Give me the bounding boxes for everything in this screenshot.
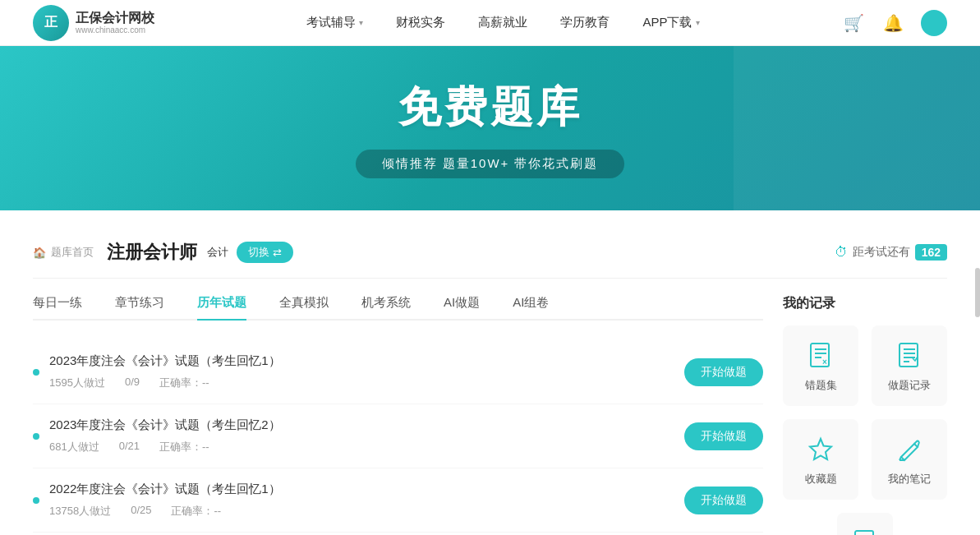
bell-icon[interactable]: 🔔: [881, 12, 904, 35]
question-title[interactable]: 2023年度注会《会计》试题（考生回忆2）: [49, 417, 668, 433]
scrollbar[interactable]: [975, 268, 980, 317]
tabs: 每日一练 章节练习 历年试题 全真模拟 机考系统 AI做题 AI组卷: [33, 295, 763, 321]
svg-marker-10: [810, 439, 831, 459]
bullet-dot: [33, 433, 39, 440]
tab-computer[interactable]: 机考系统: [361, 295, 411, 321]
record-card-collect[interactable]: 收藏题: [783, 419, 858, 500]
logo-icon: 正: [33, 5, 69, 41]
question-meta: 681人做过 0/21 正确率：--: [49, 440, 668, 454]
svg-text:×: ×: [822, 357, 827, 367]
table-row: 2022年度注会《会计》试题（考生回忆1） 13758人做过 0/25 正确率：…: [33, 468, 763, 533]
progress: 0/9: [125, 376, 140, 390]
content-row: 每日一练 章节练习 历年试题 全真模拟 机考系统 AI做题 AI组卷 2023年…: [33, 279, 947, 535]
collect-label: 收藏题: [805, 472, 837, 487]
tab-chapter[interactable]: 章节练习: [115, 295, 164, 321]
svg-line-13: [918, 442, 919, 447]
page-title: 注册会计师: [107, 240, 197, 265]
site-name: 正保会计网校: [76, 10, 154, 25]
wrong-set-icon: ×: [804, 339, 837, 371]
question-title[interactable]: 2022年度注会《会计》试题（考生回忆1）: [49, 482, 668, 497]
notes-icon: [893, 432, 926, 465]
bullet-dot: [33, 497, 39, 504]
question-info: 2023年度注会《会计》试题（考生回忆1） 1595人做过 0/9 正确率：--: [49, 353, 668, 390]
main-container: 🏠 题库首页 注册会计师 会计 切换 ⇄ ⏱ 距考试还有 162 每日一练 章节…: [0, 210, 980, 535]
notes-label: 我的笔记: [888, 472, 931, 487]
svg-line-12: [918, 440, 919, 442]
table-row: 2023年度注会《会计》试题（考生回忆2） 681人做过 0/21 正确率：--…: [33, 404, 763, 468]
banner-subtitle: 倾情推荐 题量10W+ 带你花式刷题: [356, 150, 625, 178]
progress: 0/25: [131, 504, 151, 519]
nav-item-edu[interactable]: 学历教育: [560, 15, 610, 30]
chevron-down-icon: ▾: [359, 18, 363, 27]
accuracy: 正确率：--: [171, 504, 221, 519]
people-count: 13758人做过: [49, 504, 111, 519]
record-card-wrong[interactable]: × 错题集: [783, 325, 858, 406]
wrong-set-label: 错题集: [805, 378, 837, 393]
breadcrumb-row: 🏠 题库首页 注册会计师 会计 切换 ⇄ ⏱ 距考试还有 162: [33, 227, 947, 279]
start-button-3[interactable]: 开始做题: [684, 487, 763, 514]
people-count: 681人做过: [49, 440, 99, 454]
countdown-label: 距考试还有: [853, 245, 910, 260]
countdown-area: ⏱ 距考试还有 162: [835, 244, 947, 261]
left-panel: 每日一练 章节练习 历年试题 全真模拟 机考系统 AI做题 AI组卷 2023年…: [33, 295, 763, 535]
question-info: 2023年度注会《会计》试题（考生回忆2） 681人做过 0/21 正确率：--: [49, 417, 668, 454]
start-button-1[interactable]: 开始做题: [684, 358, 763, 386]
collect-icon: [804, 432, 837, 465]
tab-ai-practice[interactable]: AI做题: [444, 295, 480, 321]
banner-title: 免费题库: [398, 79, 582, 136]
tab-ai-compose[interactable]: AI组卷: [513, 295, 549, 321]
chevron-down-icon-app: ▾: [696, 18, 700, 27]
start-button-2[interactable]: 开始做题: [684, 422, 763, 450]
banner: 免费题库 倾情推荐 题量10W+ 带你花式刷题: [0, 46, 980, 210]
header: 正 正保会计网校 www.chinaacc.com 考试辅导 ▾ 财税实务 高薪…: [0, 0, 980, 46]
logo[interactable]: 正 正保会计网校 www.chinaacc.com: [33, 5, 164, 41]
people-count: 1595人做过: [49, 376, 105, 390]
bullet-dot: [33, 369, 39, 376]
tab-mock[interactable]: 全真模拟: [279, 295, 329, 321]
nav-item-finance[interactable]: 财税实务: [396, 15, 445, 30]
record-card-notes[interactable]: 我的笔记: [872, 419, 947, 500]
svg-rect-5: [899, 344, 918, 367]
question-list: 2023年度注会《会计》试题（考生回忆1） 1595人做过 0/9 正确率：--…: [33, 340, 763, 533]
record-card-report[interactable]: 做题报告: [837, 513, 893, 535]
days-badge: 162: [915, 244, 947, 261]
records-grid: × 错题集: [783, 325, 947, 535]
record-card-history[interactable]: 做题记录: [872, 325, 947, 406]
nav-item-exam[interactable]: 考试辅导 ▾: [306, 15, 363, 30]
breadcrumb-home-icon[interactable]: 🏠: [33, 247, 46, 259]
breadcrumb-home-label[interactable]: 题库首页: [51, 245, 94, 260]
question-meta: 1595人做过 0/9 正确率：--: [49, 376, 668, 390]
history-icon: [893, 339, 926, 371]
cart-icon[interactable]: 🛒: [842, 12, 865, 35]
subject-tag: 会计: [207, 245, 228, 260]
question-info: 2022年度注会《会计》试题（考生回忆1） 13758人做过 0/25 正确率：…: [49, 482, 668, 519]
switch-icon: ⇄: [273, 247, 282, 259]
header-right: 🛒 🔔: [842, 10, 947, 36]
accuracy: 正确率：--: [159, 376, 209, 390]
tab-past[interactable]: 历年试题: [197, 295, 246, 321]
question-title[interactable]: 2023年度注会《会计》试题（考生回忆1）: [49, 353, 668, 369]
right-panel: 我的记录 × 错题集: [783, 295, 947, 535]
switch-button[interactable]: 切换 ⇄: [237, 242, 293, 263]
nav-item-job[interactable]: 高薪就业: [478, 15, 527, 30]
clock-icon: ⏱: [835, 245, 848, 260]
report-icon: [849, 526, 881, 535]
table-row: 2023年度注会《会计》试题（考生回忆1） 1595人做过 0/9 正确率：--…: [33, 340, 763, 404]
site-url: www.chinaacc.com: [76, 25, 154, 35]
avatar[interactable]: [921, 10, 947, 36]
tab-daily[interactable]: 每日一练: [33, 295, 82, 321]
svg-rect-16: [855, 531, 873, 535]
progress: 0/21: [119, 440, 140, 454]
nav-item-app[interactable]: APP下载 ▾: [642, 15, 699, 30]
records-title: 我的记录: [783, 295, 947, 312]
question-meta: 13758人做过 0/25 正确率：--: [49, 504, 668, 519]
accuracy: 正确率：--: [159, 440, 209, 454]
history-label: 做题记录: [888, 378, 931, 393]
main-nav: 考试辅导 ▾ 财税实务 高薪就业 学历教育 APP下载 ▾: [164, 15, 842, 30]
